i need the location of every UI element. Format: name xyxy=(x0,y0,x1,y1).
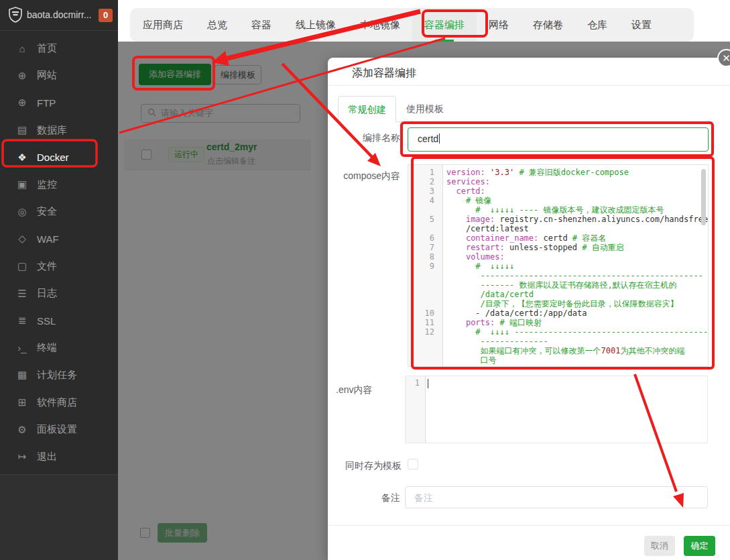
nav-tab-网络[interactable]: 网络 xyxy=(477,8,521,42)
sidebar-item-退出[interactable]: ↦退出 xyxy=(0,443,118,471)
sidebar-item-WAF[interactable]: ◇WAF xyxy=(0,225,118,253)
sidebar-item-计划任务[interactable]: ▦计划任务 xyxy=(0,361,118,389)
sidebar-item-label: 软件商店 xyxy=(37,396,77,409)
globe-icon: ⊕ xyxy=(16,70,28,82)
compose-code-content[interactable]: version: '3.3' # 兼容旧版docker-composeservi… xyxy=(443,165,708,366)
line-number: 11 xyxy=(408,318,434,327)
sidebar-item-label: 监控 xyxy=(37,178,57,191)
sidebar-item-数据库[interactable]: ▤数据库 xyxy=(0,117,118,144)
close-icon[interactable]: ✕ xyxy=(717,49,730,67)
line-number-gutter: 1234 5 6789 101112 13 xyxy=(408,165,443,366)
sidebar-item-终端[interactable]: ›_终端 xyxy=(0,335,118,362)
line-number xyxy=(408,337,434,346)
line-number: 1 xyxy=(408,168,434,177)
orchestration-name-input[interactable]: certd xyxy=(408,127,709,152)
code-line: 如果端口有冲突，可以修改第一个7001为其他不冲突的端 xyxy=(446,346,708,355)
compose-label: compose内容 xyxy=(328,170,400,182)
log-file-icon: ☰ xyxy=(16,288,28,300)
page: baota.docmirr... 0 ⌂首页⊕网站⊕FTP▤数据库❖Docker… xyxy=(0,0,730,560)
save-as-template-label: 同时存为模板 xyxy=(328,460,402,472)
notification-badge[interactable]: 0 xyxy=(99,9,113,22)
name-label: 编排名称 xyxy=(328,132,400,144)
nav-tab-仓库[interactable]: 仓库 xyxy=(575,8,619,42)
nav-tab-容器编排[interactable]: 容器编排 xyxy=(412,8,477,42)
code-line: container_name: certd # 容器名 xyxy=(446,233,708,243)
sidebar-item-文件[interactable]: ▢文件 xyxy=(0,253,118,280)
code-line: version: '3.3' # 兼容旧版docker-compose xyxy=(446,168,708,177)
code-line: # ↓↓↓↓ ---------------------------------… xyxy=(446,327,708,337)
sidebar-item-监控[interactable]: ▣监控 xyxy=(0,171,118,199)
sidebar-item-label: 计划任务 xyxy=(37,369,77,382)
sidebar-item-软件商店[interactable]: ⊞软件商店 xyxy=(0,389,118,416)
nav-tab-线上镜像[interactable]: 线上镜像 xyxy=(284,8,348,42)
line-number: 3 xyxy=(408,186,434,196)
sidebar-item-日志[interactable]: ☰日志 xyxy=(0,280,118,307)
line-number: 7 xyxy=(408,243,434,252)
env-code-editor[interactable]: 1 xyxy=(405,376,708,443)
nav-tab-设置[interactable]: 设置 xyxy=(619,8,664,42)
nav-tab-本地镜像[interactable]: 本地镜像 xyxy=(348,8,412,42)
remark-input[interactable]: 备注 xyxy=(405,486,708,508)
sidebar-item-FTP[interactable]: ⊕FTP xyxy=(0,89,118,117)
sidebar-footer xyxy=(0,474,118,560)
code-line: - "7001:7001" xyxy=(446,365,708,366)
tab-use-template[interactable]: 使用模板 xyxy=(396,96,454,122)
baota-shield-icon xyxy=(8,7,23,25)
compose-code-editor[interactable]: 1234 5 6789 101112 13 version: '3.3' # 兼… xyxy=(408,164,709,367)
code-line: -------------- xyxy=(446,337,708,346)
logo-row[interactable]: baota.docmirr... 0 xyxy=(0,0,118,31)
line-number xyxy=(408,355,434,365)
line-number: 10 xyxy=(408,309,434,318)
nav-tab-应用商店[interactable]: 应用商店 xyxy=(131,8,195,42)
sidebar-item-label: 日志 xyxy=(37,287,57,300)
line-number: 8 xyxy=(408,252,434,262)
remark-label: 备注 xyxy=(328,492,400,504)
sidebar-item-网站[interactable]: ⊕网站 xyxy=(0,62,118,90)
sidebar-item-Docker[interactable]: ❖Docker xyxy=(0,144,118,171)
tab-normal-create[interactable]: 常规创建 xyxy=(338,96,396,122)
shield-check-icon: ◎ xyxy=(16,206,28,218)
nav-tab-容器[interactable]: 容器 xyxy=(239,8,284,42)
text-caret xyxy=(428,379,428,388)
line-number: 9 xyxy=(408,262,434,271)
sidebar-item-label: Docker xyxy=(37,152,69,163)
code-line: - /data/certd:/app/data xyxy=(446,309,708,318)
code-line: ports: # 端口映射 xyxy=(446,318,708,327)
nav-tab-存储卷[interactable]: 存储卷 xyxy=(521,8,575,42)
add-orchestration-modal: ✕ 添加容器编排 常规创建 使用模板 编排名称 certd compose内容 … xyxy=(328,58,730,560)
sidebar-item-安全[interactable]: ◎安全 xyxy=(0,199,118,226)
docker-tab-bar: 应用商店总览容器线上镜像本地镜像容器编排网络存储卷仓库设置 xyxy=(130,8,694,42)
sidebar-item-label: 安全 xyxy=(37,205,57,218)
code-line: # 镜像 xyxy=(446,196,708,205)
line-number: 2 xyxy=(408,177,434,186)
sidebar-item-label: 面板设置 xyxy=(37,423,77,436)
sidebar-item-面板设置[interactable]: ⚙面板设置 xyxy=(0,416,118,443)
cancel-button[interactable]: 取消 xyxy=(644,536,675,556)
remark-placeholder: 备注 xyxy=(414,492,433,504)
code-line: # ↓↓↓↓↓ xyxy=(446,262,708,271)
calendar-icon: ▦ xyxy=(16,369,28,381)
line-number: 13 xyxy=(408,365,434,367)
confirm-button[interactable]: 确定 xyxy=(684,536,715,556)
code-line: /data/certd xyxy=(446,290,708,299)
line-number: 4 xyxy=(408,196,434,205)
text-caret xyxy=(439,133,440,144)
sidebar-item-label: WAF xyxy=(37,233,59,245)
sidebar-item-首页[interactable]: ⌂首页 xyxy=(0,35,118,62)
save-as-template-checkbox[interactable] xyxy=(408,459,418,469)
sidebar-item-SSL[interactable]: ≣SSL xyxy=(0,307,118,335)
line-number: 12 xyxy=(408,327,434,337)
editor-scrollbar-thumb[interactable] xyxy=(701,169,706,225)
terminal-icon: ›_ xyxy=(16,342,28,353)
folder-icon: ▢ xyxy=(16,260,28,272)
line-number xyxy=(408,299,434,309)
sidebar-item-label: FTP xyxy=(37,97,56,109)
name-value: certd xyxy=(418,133,438,144)
home-icon: ⌂ xyxy=(16,43,28,54)
nav-tab-总览[interactable]: 总览 xyxy=(195,8,239,42)
line-number xyxy=(408,224,434,233)
panel-title: baota.docmirr... xyxy=(27,9,92,20)
sidebar-item-label: 首页 xyxy=(37,42,57,55)
env-label: .env内容 xyxy=(336,384,378,396)
sidebar-item-label: 网站 xyxy=(37,69,57,82)
